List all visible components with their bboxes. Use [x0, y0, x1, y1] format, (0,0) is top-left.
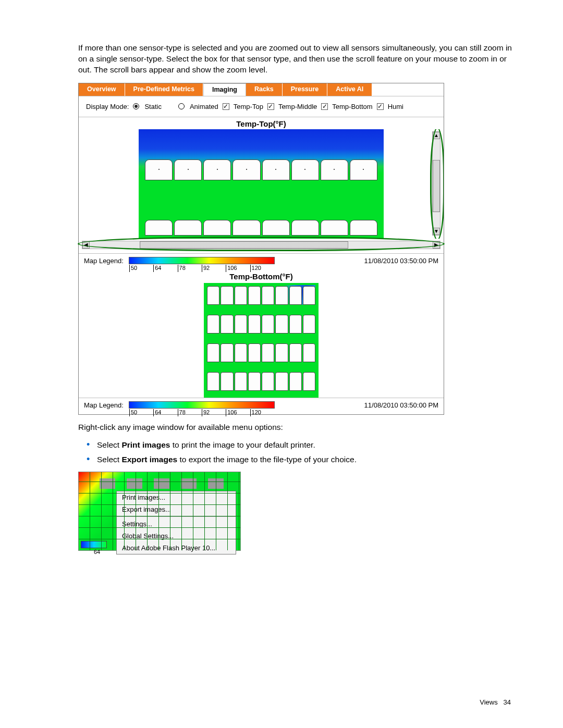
rack-grid: [207, 286, 315, 394]
context-menu: Print images... Export images... Setting…: [116, 491, 236, 554]
scroll-left-icon[interactable]: ◀: [82, 241, 90, 249]
legend-tick: 64: [94, 549, 100, 555]
tab-active-alerts[interactable]: Active Al: [327, 83, 372, 96]
list-text: to print the image to your default print…: [170, 440, 315, 449]
rack-blocks: [100, 478, 224, 489]
scroll-up-icon[interactable]: ▲: [433, 132, 440, 139]
checkbox-temp-top[interactable]: [223, 103, 229, 110]
checkbox-humidity[interactable]: [377, 103, 384, 110]
rack-row: [145, 159, 377, 180]
legend-tick: 106: [226, 409, 250, 416]
tab-bar: Overview Pre-Defined Metrics Imaging Rac…: [79, 83, 444, 96]
rightclick-paragraph: Right-click any image window for availab…: [78, 422, 513, 433]
scroll-right-icon[interactable]: ▶: [433, 241, 440, 249]
footer-section: Views: [480, 698, 497, 706]
checkbox-temp-bottom[interactable]: [321, 103, 328, 110]
page-footer: Views 34: [480, 698, 511, 706]
heatmap-temp-bottom[interactable]: [204, 283, 319, 398]
list-item: Select Export images to export the image…: [97, 455, 513, 464]
checkbox-temp-middle-label: Temp-Middle: [278, 103, 317, 110]
menu-separator: [117, 516, 236, 517]
radio-static[interactable]: [133, 103, 139, 109]
tab-overview[interactable]: Overview: [79, 83, 125, 96]
timestamp: 11/08/2010 03:50:00 PM: [364, 401, 438, 409]
view-title-temp-top: Temp-Top(°F): [79, 117, 444, 129]
legend-tick: 64: [153, 409, 177, 416]
timestamp: 11/08/2010 03:50:00 PM: [364, 257, 438, 265]
option-list: Select Print images to print the image t…: [97, 440, 513, 464]
legend-tick: 50: [129, 409, 153, 416]
legend-tick: 92: [202, 265, 226, 272]
legend-tick: 78: [178, 409, 202, 416]
list-item: Select Print images to print the image t…: [97, 440, 513, 450]
heatmap-temp-top[interactable]: ▲ ▼: [79, 129, 444, 239]
vertical-scrollbar[interactable]: ▲ ▼: [432, 131, 440, 236]
legend-scale: 50 64 78 92 106 120: [129, 401, 275, 409]
display-mode-label: Display Mode:: [86, 103, 129, 110]
legend-tick: 78: [178, 265, 202, 272]
legend-scale: 50 64 78 92 106 120: [129, 257, 275, 264]
list-text: Select: [97, 440, 121, 449]
legend-row-top: Map Legend: 50 64 78 92 106 120 11/08/20…: [79, 253, 444, 270]
radio-animated[interactable]: [178, 103, 185, 109]
list-text: Select: [97, 455, 121, 464]
menu-item-settings[interactable]: Settings...: [117, 518, 236, 530]
footer-page-number: 34: [504, 698, 511, 706]
map-legend-label: Map Legend:: [84, 257, 124, 265]
list-text: to export the image to the file-type of …: [177, 455, 357, 464]
legend-tick: 64: [153, 265, 177, 272]
legend-scale-small: 64: [81, 541, 107, 548]
legend-row-bottom: Map Legend: 50 64 78 92 106 120 11/08/20…: [79, 398, 444, 414]
imaging-toolbar: Display Mode: Static Animated Temp-Top T…: [79, 96, 444, 117]
scroll-thumb[interactable]: [140, 241, 348, 249]
radio-animated-label: Animated: [190, 103, 218, 110]
radio-static-label: Static: [144, 103, 162, 110]
rack-row: [145, 220, 377, 236]
legend-tick: 106: [226, 265, 250, 272]
checkbox-temp-middle[interactable]: [267, 103, 274, 110]
screenshot-imaging-zoom: Overview Pre-Defined Metrics Imaging Rac…: [78, 83, 444, 415]
horizontal-scrollbar[interactable]: ◀ ▶: [82, 241, 440, 249]
checkbox-humidity-label: Humi: [388, 103, 403, 110]
screenshot-context-menu: Print images... Export images... Setting…: [78, 472, 241, 551]
menu-item-export-images[interactable]: Export images...: [117, 503, 236, 515]
intro-paragraph: If more than one sensor-type is selected…: [78, 43, 513, 76]
menu-item-about-flash[interactable]: About Adobe Flash Player 10...: [117, 542, 236, 554]
legend-tick: 50: [129, 265, 153, 272]
legend-tick: 120: [250, 409, 274, 416]
menu-item-print-images[interactable]: Print images...: [117, 491, 236, 503]
tab-racks[interactable]: Racks: [246, 83, 283, 96]
legend-tick: 120: [250, 265, 274, 272]
print-images-bold: Print images: [121, 440, 170, 449]
checkbox-temp-top-label: Temp-Top: [234, 103, 263, 110]
map-legend-label: Map Legend:: [84, 401, 124, 409]
tab-pressure[interactable]: Pressure: [283, 83, 328, 96]
scroll-down-icon[interactable]: ▼: [433, 228, 440, 235]
export-images-bold: Export images: [121, 455, 177, 464]
menu-item-global-settings[interactable]: Global Settings...: [117, 530, 236, 542]
checkbox-temp-bottom-label: Temp-Bottom: [332, 103, 372, 110]
scroll-thumb[interactable]: [433, 160, 440, 212]
tab-predefined-metrics[interactable]: Pre-Defined Metrics: [125, 83, 203, 96]
legend-tick: 92: [202, 409, 226, 416]
tab-imaging[interactable]: Imaging: [203, 83, 246, 96]
